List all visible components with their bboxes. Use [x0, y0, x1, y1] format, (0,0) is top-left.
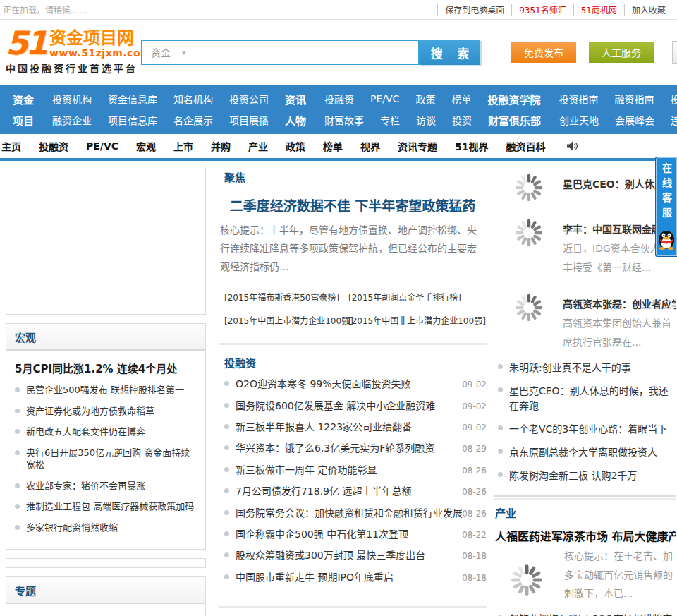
topbar-link[interactable]: 加入收藏	[624, 4, 673, 16]
list-item[interactable]: 陈发树淘金新三板 认购2千万	[498, 469, 676, 483]
main-nav-item[interactable]: 项目信息库	[108, 113, 157, 127]
main-nav-item[interactable]: 项目展播	[229, 113, 269, 127]
subnav-item[interactable]: 视界	[360, 139, 380, 153]
news-link[interactable]: 京东原副总裁李大学离职做投资人	[509, 445, 657, 460]
news-link[interactable]: 资产证券化或为地方债救命稻草	[26, 405, 154, 418]
subnav-item[interactable]: 政策	[286, 139, 305, 153]
ranking-tag-link[interactable]: [2015年中国上市潜力企业100强]	[224, 314, 348, 326]
subnav-item[interactable]: 上市	[173, 139, 193, 153]
news-link[interactable]: 国务院设600亿发展基金 解决中小企业融资难	[236, 399, 458, 413]
main-nav-item[interactable]: 会展峰会	[615, 113, 654, 127]
main-nav-item[interactable]: 知名机构	[173, 92, 213, 106]
people-feature[interactable]: 星巴克CEO：别人休息的	[494, 167, 676, 203]
subnav-item[interactable]: 并购	[211, 139, 231, 153]
main-nav-item[interactable]: 专栏	[380, 113, 400, 127]
list-item[interactable]: 新电改五大配套文件仍在博弈	[15, 425, 197, 438]
list-item[interactable]: 国务院常务会议：加快融资租赁和金融租赁行业发展 08-26	[219, 507, 487, 520]
topbar-link[interactable]: 51商机网	[573, 4, 624, 16]
subnav-item[interactable]: 融资百科	[506, 139, 546, 153]
news-link[interactable]: 陈发树淘金新三板 认购2千万	[509, 469, 637, 483]
main-nav-item[interactable]: 投资	[452, 113, 472, 127]
people-feature-title[interactable]: 高瓴资本张磊：创业者应学	[563, 296, 676, 310]
main-nav-item[interactable]: 项目	[13, 113, 34, 128]
list-item[interactable]: 中国股市重新走牛 预期IPO年底重启 08-18	[219, 571, 487, 584]
ranking-tag-link[interactable]: [2015年胡润点金圣手排行榜]	[348, 291, 487, 303]
news-link[interactable]: 一个老VC的3年创业心路：着眼当下	[509, 422, 667, 437]
list-item[interactable]: 一个老VC的3年创业心路：着眼当下	[498, 422, 676, 437]
main-nav-item[interactable]: 人物	[285, 113, 306, 128]
list-item[interactable]: 7月公司债发行718.9亿 远超上半年总额 08-26	[219, 485, 487, 498]
speaker-mute-icon[interactable]	[566, 140, 578, 152]
main-nav-item[interactable]: 投资指南	[559, 92, 598, 106]
focus-headline-link[interactable]: 二季度经济数据不佳 下半年寄望政策猛药	[219, 195, 487, 215]
list-item[interactable]: 国企称霸中企500强 中石化第11次登顶 08-22	[219, 528, 487, 541]
news-link[interactable]: 新电改五大配套文件仍在博弈	[26, 425, 145, 438]
news-link[interactable]: 新三板做市一周年 定价功能彰显	[236, 464, 458, 477]
main-nav-item[interactable]: 访谈	[416, 113, 436, 127]
list-item[interactable]: 朱明跃:创业真不是人干的事	[498, 361, 676, 375]
free-publish-button[interactable]: 免费发布	[511, 42, 576, 63]
subnav-item[interactable]: 宏观	[136, 139, 156, 153]
news-link[interactable]: 中国股市重新走牛 预期IPO年底重启	[236, 571, 458, 584]
search-input[interactable]	[195, 41, 418, 64]
subnav-item[interactable]: PE/VC	[86, 140, 118, 152]
main-nav-item[interactable]: 连锁加盟	[671, 113, 677, 127]
news-link[interactable]: 国务院常务会议：加快融资租赁和金融租赁行业发展	[236, 507, 458, 520]
main-nav-item[interactable]: 资金信息库	[108, 92, 157, 106]
subnav-item[interactable]: 资讯专题	[398, 139, 437, 153]
ranking-tag-link[interactable]: [2015年中国非上市潜力企业100强]	[348, 314, 487, 326]
macro-headline-link[interactable]: 5月CPI同比涨1.2% 连续4个月处	[15, 361, 197, 375]
industry-headline-link[interactable]: 人福医药进军凉茶市场 布局大健康产	[495, 527, 676, 544]
news-link[interactable]: 餐饮业拥抱互联网 O2O市场规模将突破两千亿	[509, 612, 676, 616]
main-nav-item[interactable]: 创业天地	[559, 113, 599, 127]
topbar-link[interactable]: 保存到电脑桌面	[437, 4, 511, 16]
news-link[interactable]: 农业部专家：猪价不会再暴涨	[26, 480, 145, 493]
list-item[interactable]: 资产证券化或为地方债救命稻草	[15, 405, 197, 418]
main-nav-item[interactable]: 投融知识	[670, 92, 677, 106]
list-item[interactable]: 星巴克CEO：别人休息的时候，我还在奔跑	[498, 384, 676, 413]
search-button[interactable]: 搜 索	[420, 40, 480, 65]
subnav-item[interactable]: 榜单	[323, 139, 343, 153]
list-item[interactable]: 餐饮业拥抱互联网 O2O市场规模将突破两千亿	[498, 612, 676, 616]
main-nav-item[interactable]: 财富俱乐部	[488, 113, 541, 128]
news-link[interactable]: 推制造业工程包 高端医疗器械获政策加码	[26, 500, 194, 513]
list-item[interactable]: 农业部专家：猪价不会再暴涨	[15, 480, 197, 493]
main-nav-item[interactable]: 投融资学院	[487, 92, 540, 107]
subnav-item[interactable]: 主页	[1, 139, 21, 153]
list-item[interactable]: 推制造业工程包 高端医疗器械获政策加码	[15, 500, 197, 513]
main-nav-item[interactable]: 资金	[13, 92, 34, 107]
ranking-tag-link[interactable]: [2015年福布斯香港50富豪榜]	[224, 291, 348, 303]
main-nav-item[interactable]: 融资企业	[52, 113, 92, 127]
news-link[interactable]: 华兴资本：饿了么6.3亿美元实为F轮系列融资	[236, 442, 458, 455]
people-feature[interactable]: 高瓴资本张磊：创业者应学 高瓴资本集团创始人兼首席执行官张磊在...	[494, 286, 676, 353]
main-nav-item[interactable]: 投融资	[324, 92, 354, 106]
list-item[interactable]: 华兴资本：饿了么6.3亿美元实为F轮系列融资 08-29	[219, 442, 487, 455]
list-item[interactable]: 新三板做市一周年 定价功能彰显 08-26	[219, 464, 487, 477]
topbar-link[interactable]: 9351名师汇	[511, 4, 573, 16]
news-link[interactable]: 国企称霸中企500强 中石化第11次登顶	[236, 528, 458, 541]
news-link[interactable]: 股权众筹融资或300万封顶 最快三季度出台	[236, 549, 458, 562]
site-logo[interactable]: 51 资金项目网 www.51zjxm.com 中国投融资行业首选平台	[6, 30, 138, 75]
main-nav-item[interactable]: 投资机构	[52, 92, 92, 106]
list-item[interactable]: 国务院设600亿发展基金 解决中小企业融资难 09-02	[219, 399, 487, 413]
news-link[interactable]: 7月公司债发行718.9亿 远超上半年总额	[236, 485, 458, 498]
news-link[interactable]: 多家银行配资悄然收缩	[26, 521, 118, 534]
news-link[interactable]: 朱明跃:创业真不是人干的事	[509, 361, 631, 375]
list-item[interactable]: 京东原副总裁李大学离职做投资人	[498, 445, 676, 460]
topics-feature[interactable]: 2015年PE/VC投资大佬看好哪些行业? 2014年，是VC/PE行业的好年景…	[6, 604, 205, 616]
list-item[interactable]: 股权众筹融资或300万封顶 最快三季度出台 08-18	[219, 549, 487, 562]
main-nav-item[interactable]: 名企展示	[173, 113, 213, 127]
main-nav-item[interactable]: 政策	[415, 92, 435, 106]
main-nav-item[interactable]: 财富故事	[324, 113, 364, 127]
subnav-item[interactable]: 产业	[248, 139, 268, 153]
news-link[interactable]: 央行6日开展350亿元逆回购 资金面持续宽松	[26, 447, 197, 471]
list-item[interactable]: O2O迎资本寒冬 99%天使面临投资失败 09-02	[219, 378, 487, 391]
main-nav-item[interactable]: 资讯	[285, 92, 306, 107]
subnav-item[interactable]: 51视界	[455, 139, 488, 153]
list-item[interactable]: 央行6日开展350亿元逆回购 资金面持续宽松	[15, 447, 197, 471]
main-nav-item[interactable]: 投资公司	[229, 92, 269, 106]
search-category-select[interactable]: 资金 ▾	[142, 45, 195, 59]
list-item[interactable]: 民营企业500强发布 联想控股排名第一	[15, 384, 197, 397]
gold-operator-badge[interactable]: 金牌运营商	[672, 41, 677, 64]
main-nav-item[interactable]: PE/VC	[370, 93, 399, 104]
